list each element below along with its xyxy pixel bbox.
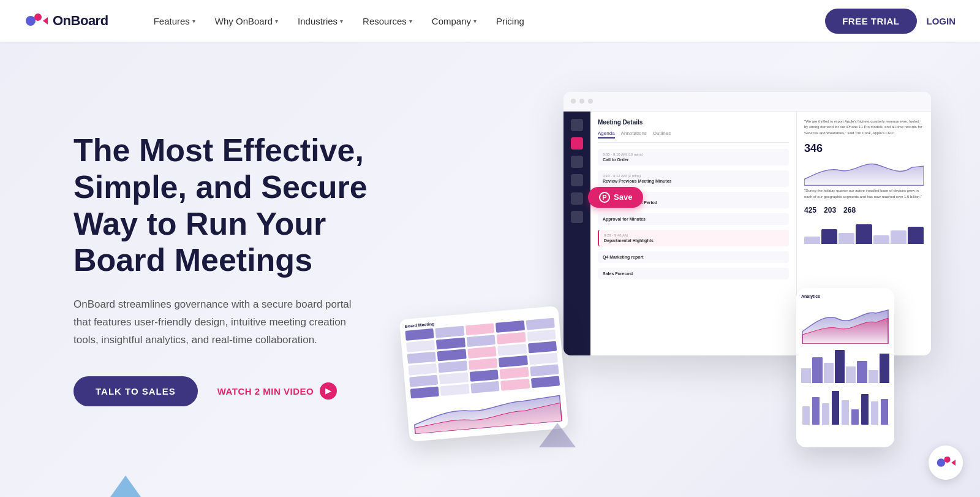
bar-5 — [873, 235, 889, 244]
svg-point-15 — [944, 457, 950, 463]
hero-description: OnBoard streamlines governance with a se… — [74, 296, 355, 349]
tablet-cell — [531, 376, 560, 388]
decorative-shape — [539, 423, 576, 447]
tab-annotations[interactable]: Annotations — [621, 131, 647, 138]
tablet-cell — [500, 378, 530, 390]
bar-chart — [804, 219, 924, 244]
nav-links: Features ▾ Why OnBoard ▾ Industries ▾ Re… — [145, 11, 826, 31]
svg-point-14 — [937, 458, 945, 466]
tablet-cell — [497, 332, 526, 344]
tablet-grid — [405, 317, 560, 398]
nav-item-features[interactable]: Features ▾ — [145, 11, 204, 31]
phone-bar-5 — [846, 366, 856, 383]
play-icon: ▶ — [320, 382, 337, 400]
dashboard-topbar — [564, 92, 931, 112]
sidebar-icon-3 — [571, 174, 583, 186]
svg-marker-2 — [43, 17, 48, 25]
bar-2 — [821, 229, 837, 244]
tablet-cell — [496, 320, 525, 332]
svg-rect-5 — [822, 403, 829, 425]
nav-right: FREE TRIAL LOGIN — [825, 9, 956, 34]
hero-title: The Most Effective, Simple, and Secure W… — [74, 132, 392, 279]
svg-rect-10 — [871, 401, 878, 425]
chevron-down-icon: ▾ — [275, 18, 278, 25]
tablet-cell — [528, 341, 557, 353]
nav-item-company[interactable]: Company ▾ — [423, 11, 485, 31]
svg-rect-9 — [861, 394, 869, 425]
hero-buttons: TALK TO SALES WATCH 2 MIN VIDEO ▶ — [74, 376, 392, 406]
phone-bar-7 — [869, 370, 878, 383]
tablet-cell — [410, 386, 440, 398]
window-dot-3 — [588, 99, 593, 104]
chevron-down-icon: ▾ — [340, 18, 343, 25]
save-overlay-button[interactable]: P Save — [588, 187, 643, 208]
phone-bar-1 — [801, 368, 811, 383]
phone-area-chart — [801, 301, 889, 344]
talk-to-sales-button[interactable]: TALK TO SALES — [74, 376, 198, 406]
tablet-cell — [406, 340, 435, 352]
chevron-down-icon: ▾ — [473, 18, 477, 25]
dashboard-sidebar — [564, 112, 590, 355]
tablet-cell — [526, 317, 555, 330]
svg-rect-4 — [812, 397, 820, 425]
svg-rect-6 — [832, 391, 839, 425]
tablet-cell — [440, 384, 470, 396]
agenda-item-5: 9:28 - 9:48 AM Departmental Highlights — [598, 230, 789, 246]
tablet-cell — [500, 366, 529, 379]
svg-marker-16 — [951, 460, 956, 466]
phone-bar-2 — [812, 357, 822, 383]
chevron-down-icon: ▾ — [409, 18, 412, 25]
tab-outlines[interactable]: Outlines — [653, 131, 671, 138]
nav-item-pricing[interactable]: Pricing — [488, 11, 533, 31]
phone-bar-3 — [824, 363, 834, 383]
agenda-item-1: 9:00 - 9:10 AM (10 mins) Call to Order — [598, 149, 789, 165]
svg-marker-12 — [539, 423, 576, 447]
nav-item-industries[interactable]: Industries ▾ — [289, 11, 352, 31]
hero-content: The Most Effective, Simple, and Secure W… — [74, 132, 392, 406]
nav-item-resources[interactable]: Resources ▾ — [354, 11, 421, 31]
agenda-item-6: Q4 Marketing report — [598, 251, 789, 263]
agenda-item-4: Approval for Minutes — [598, 213, 789, 225]
tablet-cell — [439, 360, 468, 373]
tablet-mockup: Board Meeting — [399, 306, 568, 442]
agenda-item-2: 9:10 - 9:12 AM (2 mins) Review Previous … — [598, 170, 789, 187]
logo[interactable]: OnBoard — [24, 12, 108, 29]
bar-6 — [891, 230, 907, 244]
fab-chat-button[interactable] — [929, 446, 963, 480]
svg-point-1 — [34, 13, 42, 21]
dashboard-main-content: Meeting Details Agenda Annotations Outli… — [590, 112, 796, 355]
bar-3 — [839, 233, 854, 244]
phone-bar-chart — [801, 346, 889, 383]
tablet-cell — [530, 364, 559, 376]
tablet-cell — [466, 335, 496, 347]
watch-video-button[interactable]: WATCH 2 MIN VIDEO ▶ — [217, 382, 337, 400]
tablet-cell — [436, 337, 466, 349]
sidebar-icon-1 — [571, 119, 583, 131]
phone-title: Analytics — [801, 294, 889, 298]
bar-7 — [908, 227, 924, 244]
tablet-cell — [529, 352, 558, 365]
svg-rect-11 — [881, 399, 888, 425]
panel-text-2: "During the holiday quarter our active i… — [804, 188, 924, 200]
bar-4 — [856, 224, 872, 244]
free-trial-button[interactable]: FREE TRIAL — [825, 9, 916, 34]
phone-bar-4 — [835, 350, 845, 383]
phone-bar-chart-2 — [801, 388, 889, 425]
login-button[interactable]: LOGIN — [927, 16, 956, 26]
agenda-item-7: Sales Forecast — [598, 268, 789, 279]
phone-bar-8 — [880, 354, 889, 383]
fab-logo-icon — [936, 455, 956, 470]
tablet-cell — [469, 358, 498, 370]
sidebar-icon-5 — [571, 211, 583, 223]
nav-item-why-onboard[interactable]: Why OnBoard ▾ — [206, 11, 287, 31]
panel-text-1: "We are thrilled to report Apple's highe… — [804, 119, 924, 137]
svg-rect-8 — [851, 409, 859, 425]
logo-text: OnBoard — [53, 13, 108, 29]
area-chart — [804, 155, 924, 186]
svg-rect-7 — [842, 400, 849, 425]
svg-marker-13 — [110, 476, 141, 497]
bottom-triangle — [110, 476, 141, 497]
tablet-cell — [435, 325, 465, 338]
tab-agenda[interactable]: Agenda — [598, 131, 615, 138]
tablet-cell — [407, 351, 437, 363]
